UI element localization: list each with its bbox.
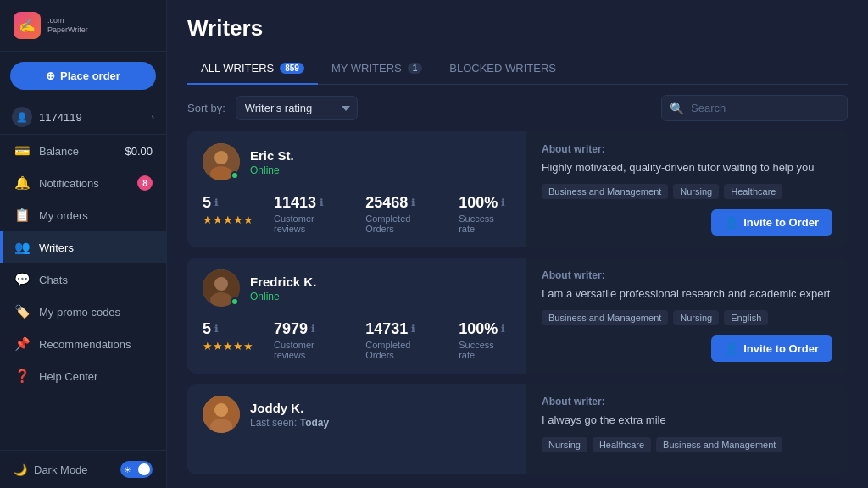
about-text: Highly motivated, quality-driven tutor w…: [542, 160, 832, 175]
stat-success: 100% ℹ Success rate: [459, 320, 510, 360]
stars: ★★★★★: [203, 214, 253, 226]
writer-card-eric: Eric St. Online 5 ℹ ★★★★★ 11413: [187, 131, 848, 247]
svg-point-7: [214, 403, 228, 417]
promo-icon: 🏷️: [14, 304, 31, 319]
tag: English: [724, 310, 768, 325]
orders-label: Completed Orders: [365, 340, 438, 360]
success-label: Success rate: [459, 340, 510, 360]
writer-right-eric: About writer: Highly motivated, quality-…: [526, 131, 848, 247]
all-writers-badge: 859: [280, 63, 304, 74]
search-input[interactable]: [661, 95, 848, 121]
writer-card-fredrick: Fredrick K. Online 5 ℹ ★★★★★ 7979: [187, 258, 848, 374]
place-order-button[interactable]: ⊕ Place order: [10, 62, 156, 90]
sidebar-item-balance[interactable]: 💳 Balance $0.00: [0, 135, 166, 167]
writer-stats: 5 ℹ ★★★★★ 11413 ℹ Customer reviews: [203, 194, 510, 234]
page-header: Writers ALL WRITERS 859 MY WRITERS 1 BLO…: [167, 0, 868, 85]
writer-meta: Joddy K. Last seen: Today: [250, 401, 329, 429]
orders-icon: 📋: [14, 208, 31, 223]
about-label: About writer:: [542, 396, 832, 408]
tab-all-writers[interactable]: ALL WRITERS 859: [187, 53, 318, 85]
chats-icon: 💬: [14, 272, 31, 287]
tab-blocked-writers[interactable]: BLOCKED WRITERS: [436, 53, 570, 85]
writer-status: Online: [250, 291, 316, 302]
plus-icon: ⊕: [46, 69, 55, 82]
tag: Business and Management: [656, 437, 782, 452]
sidebar-item-writers[interactable]: 👥 Writers: [0, 231, 166, 263]
info-icon-orders: ℹ: [411, 324, 415, 335]
writer-name: Joddy K.: [250, 401, 329, 415]
invite-to-order-button-eric[interactable]: 👤 Invite to Order: [711, 209, 832, 236]
toolbar: Sort by: Writer's rating Price Orders co…: [167, 85, 868, 131]
writer-info-top: Eric St. Online: [203, 143, 510, 180]
info-icon-success: ℹ: [501, 324, 504, 335]
sidebar-item-recommendations[interactable]: 📌 Recommendations: [0, 328, 166, 360]
stat-orders: 14731 ℹ Completed Orders: [365, 320, 438, 360]
about-section: About writer: Highly motivated, quality-…: [542, 143, 832, 209]
writer-card-joddy: Joddy K. Last seen: Today About writer: …: [187, 384, 848, 474]
online-indicator: [231, 297, 239, 306]
info-icon-reviews: ℹ: [320, 197, 323, 208]
writers-list: Eric St. Online 5 ℹ ★★★★★ 11413: [167, 131, 868, 488]
stat-rating: 5 ℹ ★★★★★: [203, 194, 253, 226]
about-label: About writer:: [542, 269, 832, 281]
recommendations-icon: 📌: [14, 336, 31, 352]
logo-text: .com PaperWriter: [47, 16, 88, 35]
reviews-label: Customer reviews: [274, 340, 345, 360]
avatar-fredrick: [203, 269, 240, 307]
writers-icon: 👥: [14, 240, 31, 255]
writer-name: Eric St.: [250, 148, 294, 163]
orders-label: Completed Orders: [365, 214, 438, 234]
svg-point-4: [214, 277, 228, 291]
avatar: 👤: [12, 107, 32, 127]
about-label: About writer:: [542, 143, 832, 155]
my-writers-badge: 1: [408, 63, 423, 74]
writer-status: Online: [250, 164, 294, 176]
dark-mode-toggle[interactable]: ☀: [120, 461, 153, 478]
about-section: About writer: I always go the extra mile…: [542, 396, 832, 462]
logo-icon: ✍️: [14, 12, 41, 39]
tag: Business and Management: [542, 310, 668, 325]
writer-left-joddy: Joddy K. Last seen: Today: [187, 384, 526, 474]
tabs-bar: ALL WRITERS 859 MY WRITERS 1 BLOCKED WRI…: [187, 53, 848, 85]
sort-label: Sort by:: [187, 102, 225, 114]
tag: Healthcare: [593, 437, 651, 452]
writer-meta: Eric St. Online: [250, 148, 294, 176]
tag: Healthcare: [724, 184, 782, 199]
info-icon-success: ℹ: [501, 197, 504, 208]
search-icon: 🔍: [670, 102, 684, 115]
writer-info-top: Fredrick K. Online: [203, 269, 510, 307]
search-box: 🔍: [661, 95, 848, 121]
sidebar-item-my-orders[interactable]: 📋 My orders: [0, 199, 166, 231]
tab-my-writers[interactable]: MY WRITERS 1: [318, 53, 436, 85]
writer-stats: 5 ℹ ★★★★★ 7979 ℹ Customer reviews: [203, 320, 510, 360]
sort-select[interactable]: Writer's rating Price Orders completed S…: [236, 96, 358, 120]
sidebar-item-chats[interactable]: 💬 Chats: [0, 263, 166, 296]
stat-success: 100% ℹ Success rate: [459, 194, 510, 234]
chevron-right-icon: ›: [151, 112, 154, 122]
logo-subtext: .com: [47, 16, 88, 25]
user-plus-icon: 👤: [725, 216, 738, 229]
tag: Nursing: [542, 437, 587, 452]
tags: Business and Management Nursing English: [542, 310, 832, 325]
user-profile-row[interactable]: 👤 1174119 ›: [0, 100, 166, 135]
about-text: I am a versatile professional research a…: [542, 286, 832, 302]
info-icon: ℹ: [214, 197, 218, 208]
info-icon: ℹ: [214, 324, 218, 335]
info-icon-orders: ℹ: [411, 197, 415, 208]
notification-badge: 8: [137, 175, 153, 191]
writer-name: Fredrick K.: [250, 274, 316, 289]
writer-meta: Fredrick K. Online: [250, 274, 316, 302]
sidebar-item-promo-codes[interactable]: 🏷️ My promo codes: [0, 296, 166, 328]
info-icon-reviews: ℹ: [311, 324, 314, 335]
tags: Business and Management Nursing Healthca…: [542, 184, 832, 199]
tag: Nursing: [673, 310, 719, 325]
sidebar-item-notifications[interactable]: 🔔 Notifications 8: [0, 167, 166, 199]
tag: Nursing: [673, 184, 719, 199]
avatar-eric: [203, 143, 240, 180]
balance-icon: 💳: [14, 143, 31, 158]
stars: ★★★★★: [203, 340, 253, 352]
dark-mode-toggle-row: 🌙 Dark Mode ☀: [0, 450, 166, 488]
writer-right-joddy: About writer: I always go the extra mile…: [526, 384, 848, 474]
invite-to-order-button-fredrick[interactable]: 👤 Invite to Order: [711, 336, 832, 362]
sidebar-item-help-center[interactable]: ❓ Help Center: [0, 360, 166, 392]
